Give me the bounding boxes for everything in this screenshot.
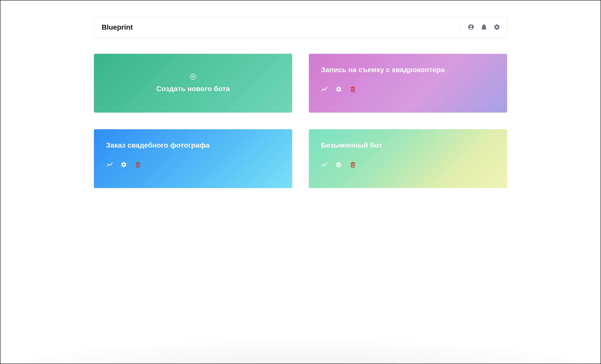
svg-point-11 [108, 164, 109, 164]
trash-icon[interactable] [134, 161, 141, 168]
gear-icon[interactable] [335, 86, 342, 93]
analytics-icon[interactable] [321, 161, 328, 168]
bell-icon[interactable] [480, 23, 488, 31]
svg-point-5 [325, 90, 326, 90]
gear-icon[interactable] [120, 161, 127, 168]
app-frame: Blueprint [0, 0, 601, 364]
bot-title: Заказ свадебного фотографа [106, 141, 280, 150]
svg-point-13 [112, 162, 113, 163]
svg-point-18 [323, 164, 324, 164]
svg-point-17 [321, 166, 322, 167]
svg-point-20 [327, 162, 328, 163]
app-title: Blueprint [102, 23, 133, 31]
svg-point-3 [321, 90, 322, 91]
bot-title: Безымянный бот [321, 141, 495, 150]
bot-card-actions [321, 161, 495, 168]
top-bar-actions [460, 22, 501, 32]
bot-card[interactable]: Заказ свадебного фотографа [94, 129, 292, 188]
plus-circle-icon [190, 74, 196, 81]
gear-icon[interactable] [335, 161, 342, 168]
svg-point-6 [327, 87, 328, 87]
svg-point-12 [110, 165, 110, 166]
topbar-divider [460, 22, 460, 32]
gear-icon[interactable] [493, 23, 501, 31]
svg-point-10 [107, 166, 108, 167]
content-container: Blueprint [94, 0, 507, 188]
decorative-shadow [0, 339, 601, 364]
trash-icon[interactable] [349, 161, 356, 168]
svg-point-4 [323, 88, 324, 89]
bot-card[interactable]: Запись на съемку с квадрокоптера [309, 54, 507, 113]
create-bot-label: Создать нового бота [156, 85, 230, 93]
bot-card-actions [321, 86, 495, 93]
create-bot-card[interactable]: Создать нового бота [94, 54, 292, 113]
analytics-icon[interactable] [106, 161, 113, 168]
trash-icon[interactable] [349, 86, 356, 93]
bot-card-actions [106, 161, 280, 168]
analytics-icon[interactable] [321, 86, 328, 93]
user-icon[interactable] [467, 23, 475, 31]
svg-point-19 [325, 165, 326, 166]
top-bar: Blueprint [94, 17, 507, 38]
bot-grid: Создать нового бота Запись на съемку с к… [94, 54, 507, 188]
bot-title: Запись на съемку с квадрокоптера [321, 66, 495, 74]
bot-card[interactable]: Безымянный бот [309, 129, 507, 188]
